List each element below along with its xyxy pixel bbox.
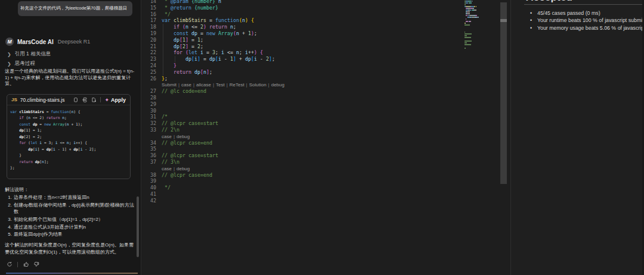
editor-line[interactable]: 27// @lc code=end: [142, 88, 510, 95]
editor-line[interactable]: 37// 3\n: [142, 159, 510, 165]
code-token: let: [188, 49, 197, 55]
apply-button[interactable]: ✦ Apply: [104, 97, 126, 103]
code-token: }: [174, 62, 177, 68]
chat-scrollbar[interactable]: [137, 196, 139, 257]
minimap[interactable]: [465, 1, 481, 53]
editor-line[interactable]: 38// @lcpr case=end: [142, 172, 510, 179]
code-token: *: [162, 0, 171, 4]
note-number: 5.: [5, 231, 12, 238]
codelens-link-debug[interactable]: debug: [177, 133, 190, 140]
code-token: - 1] +: [55, 147, 73, 151]
editor-line[interactable]: 26};: [142, 76, 510, 82]
editor-line[interactable]: 29: [142, 101, 510, 108]
editor-line[interactable]: 39: [142, 178, 510, 185]
user-message-bubble: 补充这个文件的代码，为leetcode第70题，爬楼梯题目: [18, 1, 132, 16]
actions-separator: [17, 262, 18, 267]
editor-scrollbar[interactable]: [500, 2, 507, 184]
editor-line[interactable]: 20 dp[1] = 1;: [142, 37, 510, 43]
chat-code-line: dp[1] = 1;: [10, 127, 130, 133]
editor-line[interactable]: 33// 2\n: [142, 127, 510, 133]
codelens-link-solution[interactable]: Solution: [249, 82, 267, 88]
code-editor[interactable]: 14 * @param {number} n15 * @return {numb…: [142, 0, 510, 275]
minimap-line: [465, 40, 481, 42]
editor-line[interactable]: 19 const dp = new Array(n + 1);: [142, 30, 510, 37]
editor-line[interactable]: 41: [142, 191, 510, 198]
line-text: dp[i] = dp[i - 1] + dp[i - 2];: [156, 56, 275, 62]
codelens-link-case[interactable]: case: [162, 133, 172, 140]
editor-line[interactable]: 32// @lcpr case=start: [142, 120, 510, 127]
code-token: };: [10, 165, 15, 170]
codelens-separator: |: [211, 82, 216, 88]
code-token: */: [162, 11, 171, 17]
line-number: 24: [142, 62, 156, 69]
line-number: 36: [142, 152, 156, 159]
editor-line[interactable]: 14 * @param {number} n: [142, 0, 510, 5]
code-token: @param: [171, 0, 188, 4]
new-file-icon[interactable]: [91, 97, 97, 103]
line-number: 34: [142, 140, 156, 146]
chat-code-line: var climbStairs = function(n) {: [10, 109, 130, 115]
editor-line[interactable]: 40 */: [142, 185, 510, 191]
editor-line[interactable]: 34// @lcpr case=end: [142, 140, 510, 146]
line-text: dp[2] = 2;: [156, 43, 203, 50]
chat-code-line: const dp = new Array(n + 1);: [10, 121, 130, 127]
line-number: 19: [142, 30, 156, 37]
result-title-rule: [524, 4, 643, 5]
codelens-link-submit[interactable]: Submit: [162, 82, 177, 88]
insert-at-cursor-icon[interactable]: [82, 97, 88, 103]
references-toggle[interactable]: ❯ 引用 1 相关信息: [7, 51, 51, 58]
minimap-token: [465, 4, 466, 5]
chat-code-line: if (n <= 2) return n;: [10, 115, 130, 121]
code-token: ;: [200, 43, 203, 49]
regenerate-icon[interactable]: [7, 261, 13, 267]
code-token: dp: [185, 56, 191, 62]
line-number: 32: [142, 120, 156, 127]
minimap-token: [465, 40, 472, 42]
codelens-link-case[interactable]: case: [181, 82, 191, 88]
codelens-link-retest[interactable]: ReTest: [230, 82, 244, 88]
codelens-link-test[interactable]: Test: [216, 82, 225, 88]
notes-title: 解法说明：: [5, 186, 29, 193]
code-token: var: [162, 17, 171, 23]
note-number: 4.: [5, 224, 12, 230]
line-text: [156, 101, 162, 108]
code-token: // @lcpr case=start: [162, 152, 218, 158]
thinking-toggle[interactable]: ❯ 思考过程: [7, 60, 35, 67]
code-token: // 3\n: [162, 159, 179, 165]
editor-line[interactable]: 28: [142, 95, 510, 101]
minimap-line: [465, 11, 481, 12]
editor-line[interactable]: 21 dp[2] = 2;: [142, 43, 510, 50]
codelens-link-debug[interactable]: debug: [271, 82, 284, 88]
editor-line[interactable]: 30: [142, 108, 510, 114]
line-text: // 3\n: [156, 159, 179, 165]
line-text: [156, 198, 162, 204]
copy-code-icon[interactable]: [73, 97, 79, 103]
editor-line[interactable]: 16 */: [142, 11, 510, 18]
thumbs-down-icon[interactable]: [33, 261, 39, 267]
codelens-separator: |: [267, 82, 271, 88]
editor-line[interactable]: 25 return dp[n];: [142, 69, 510, 76]
codelens-row: Submit|case|allcase|Test|ReTest|Solution…: [142, 82, 510, 88]
editor-line[interactable]: 36// @lcpr case=start: [142, 152, 510, 159]
editor-line[interactable]: 31/*: [142, 114, 510, 120]
thumbs-up-icon[interactable]: [23, 261, 29, 267]
note-item: 2.创建dp数组存储中间结果，dp[i]表示爬到第i阶楼梯的方法数: [5, 202, 138, 215]
editor-line[interactable]: 23 dp[i] = dp[i - 1] + dp[i - 2];: [142, 56, 510, 62]
minimap-token: [476, 10, 476, 11]
editor-line[interactable]: 15 * @return {number}: [142, 5, 510, 11]
codelens-link-case[interactable]: case: [162, 165, 172, 172]
line-text: [156, 178, 162, 185]
editor-line[interactable]: 42: [142, 198, 510, 204]
editor-line[interactable]: 17var climbStairs = function(n) {: [142, 17, 510, 24]
codelens-link-debug[interactable]: debug: [177, 165, 190, 172]
codelens-link-allcase[interactable]: allcase: [196, 82, 211, 88]
code-token: ;: [200, 37, 203, 43]
code-token: climbStairs: [19, 110, 44, 114]
editor-line[interactable]: 24 }: [142, 62, 510, 69]
chat-input[interactable]: [6, 273, 138, 275]
code-token: -: [257, 56, 266, 62]
code-token: dp: [174, 37, 179, 43]
editor-line[interactable]: 35: [142, 146, 510, 152]
editor-line[interactable]: 22 for (let i = 3; i <= n; i++) {: [142, 49, 510, 56]
editor-line[interactable]: 18 if (n <= 2) return n;: [142, 24, 510, 30]
